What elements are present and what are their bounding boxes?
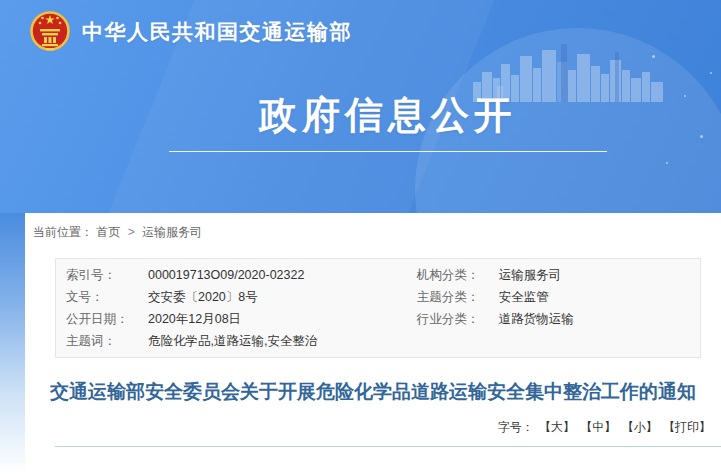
page: 中华人民共和国交通运输部 政府信息公开 当前位置： 首页 > 运输服务司 索引号… — [0, 0, 721, 474]
meta-label: 文号： — [66, 286, 148, 308]
content-panel: 当前位置： 首页 > 运输服务司 索引号： 000019713O09/2020-… — [25, 213, 721, 474]
page-title-block: 政府信息公开 — [0, 94, 721, 152]
decorative-dot — [666, 162, 668, 164]
meta-cell: 主题词： 危险化学品,道路运输,安全整治 — [56, 330, 417, 352]
meta-cell: 机构分类： 运输服务司 — [417, 264, 700, 286]
site-name: 中华人民共和国交通运输部 — [82, 18, 352, 46]
font-size-label: 字号： — [498, 420, 534, 434]
meta-cell — [417, 330, 700, 352]
meta-row: 公开日期： 2020年12月08日 行业分类： 道路货物运输 — [56, 308, 700, 330]
meta-cell: 公开日期： 2020年12月08日 — [56, 308, 417, 330]
breadcrumb-separator: > — [128, 225, 135, 239]
meta-value: 运输服务司 — [499, 264, 562, 286]
meta-cell: 索引号： 000019713O09/2020-02322 — [56, 264, 417, 286]
meta-value: 000019713O09/2020-02322 — [148, 264, 304, 286]
font-small-button[interactable]: 【小】 — [622, 420, 658, 434]
meta-label: 行业分类： — [417, 308, 499, 330]
content-divider — [55, 446, 721, 447]
meta-value: 危险化学品,道路运输,安全整治 — [148, 330, 317, 352]
city-skyline-graphic — [473, 40, 673, 102]
page-title: 政府信息公开 — [55, 94, 721, 138]
decorative-dot — [652, 55, 655, 58]
meta-label: 公开日期： — [66, 308, 148, 330]
meta-value: 道路货物运输 — [499, 308, 574, 330]
meta-label: 索引号： — [66, 264, 148, 286]
font-large-button[interactable]: 【大】 — [539, 420, 575, 434]
meta-cell: 主题分类： 安全监管 — [417, 286, 700, 308]
national-emblem-icon — [30, 8, 70, 56]
meta-row: 文号： 交安委〔2020〕8号 主题分类： 安全监管 — [56, 286, 700, 308]
meta-value: 交安委〔2020〕8号 — [148, 286, 258, 308]
document-meta-table: 索引号： 000019713O09/2020-02322 机构分类： 运输服务司… — [55, 258, 701, 358]
font-medium-button[interactable]: 【中】 — [580, 420, 616, 434]
meta-value: 安全监管 — [499, 286, 549, 308]
left-gradient-strip — [0, 213, 25, 474]
meta-row: 索引号： 000019713O09/2020-02322 机构分类： 运输服务司 — [56, 264, 700, 286]
meta-label: 机构分类： — [417, 264, 499, 286]
meta-label: 主题词： — [66, 330, 148, 352]
meta-cell: 行业分类： 道路货物运输 — [417, 308, 700, 330]
title-underline — [169, 151, 607, 152]
document-title: 交通运输部安全委员会关于开展危险化学品道路运输安全集中整治工作的通知 — [40, 380, 706, 403]
breadcrumb-home-link[interactable]: 首页 — [96, 225, 120, 239]
site-logo[interactable]: 中华人民共和国交通运输部 — [30, 8, 352, 56]
print-button[interactable]: 【打印】 — [663, 420, 711, 434]
decorative-dot — [710, 72, 712, 74]
breadcrumb-dept-link[interactable]: 运输服务司 — [142, 225, 202, 239]
font-size-toolbar: 字号： 【大】 【中】 【小】 【打印】 — [25, 419, 721, 436]
meta-value: 2020年12月08日 — [148, 308, 241, 330]
breadcrumb-label: 当前位置： — [33, 225, 93, 239]
meta-cell: 文号： 交安委〔2020〕8号 — [56, 286, 417, 308]
breadcrumb: 当前位置： 首页 > 运输服务司 — [25, 213, 721, 241]
meta-row: 主题词： 危险化学品,道路运输,安全整治 — [56, 330, 700, 352]
site-header: 中华人民共和国交通运输部 政府信息公开 — [0, 0, 721, 213]
meta-label — [417, 330, 499, 352]
meta-label: 主题分类： — [417, 286, 499, 308]
